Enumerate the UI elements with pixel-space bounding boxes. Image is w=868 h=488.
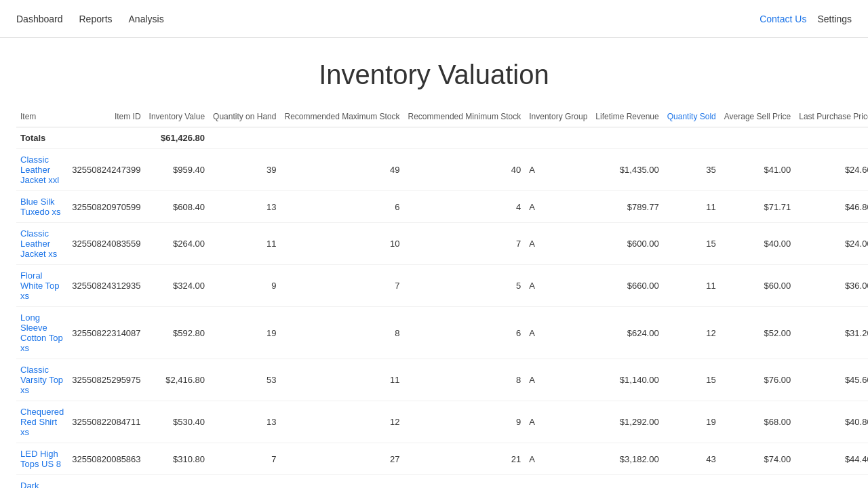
row-recommended-max: 10: [280, 223, 403, 265]
row-item-id: 32550820970599: [68, 191, 144, 223]
row-quantity-on-hand: 9: [209, 265, 280, 307]
row-recommended-max: 8: [280, 307, 403, 359]
col-recommended-min-stock: Recommended Minimum Stock: [404, 106, 526, 127]
row-quantity-sold: 19: [663, 401, 720, 443]
totals-max: [280, 127, 403, 149]
row-last-purchase-price: $24.00: [795, 223, 868, 265]
table-row: Blue Silk Tuxedo xs 32550820970599 $608.…: [16, 191, 868, 223]
row-recommended-max: 49: [280, 149, 403, 191]
row-inventory-group: A: [525, 191, 591, 223]
row-item-id: 32550820085863: [68, 443, 144, 475]
row-inventory-group: A: [525, 401, 591, 443]
col-item: Item: [16, 106, 68, 127]
totals-qty: [209, 127, 280, 149]
totals-item-id: [68, 127, 144, 149]
row-quantity-sold: 43: [663, 443, 720, 475]
row-recommended-max: 12: [280, 401, 403, 443]
row-avg-sell-price: $68.00: [720, 401, 795, 443]
row-inventory-group: A: [525, 265, 591, 307]
row-quantity-on-hand: 39: [209, 149, 280, 191]
nav-dashboard[interactable]: Dashboard: [16, 11, 63, 27]
row-recommended-min: 21: [404, 443, 526, 475]
row-item[interactable]: Classic Varsity Top xs: [16, 359, 68, 401]
row-quantity-on-hand: 53: [209, 359, 280, 401]
row-inventory-group: B: [525, 475, 591, 489]
row-avg-sell-price: $60.00: [720, 265, 795, 307]
row-recommended-min: 4: [404, 191, 526, 223]
row-last-purchase-price: $40.80: [795, 401, 868, 443]
inventory-table: Item Item ID Inventory Value Quantity on…: [16, 106, 868, 488]
col-last-purchase-price: Last Purchase Price: [795, 106, 868, 127]
totals-min: [404, 127, 526, 149]
row-recommended-min: 5: [404, 265, 526, 307]
row-recommended-max: 6: [280, 191, 403, 223]
row-inventory-group: A: [525, 307, 591, 359]
row-avg-sell-price: $76.00: [720, 359, 795, 401]
row-lifetime-revenue: $3,182.00: [591, 443, 663, 475]
row-quantity-sold: 15: [663, 223, 720, 265]
navbar: Dashboard Reports Analysis Contact Us Se…: [0, 0, 868, 38]
row-inventory-value: $959.40: [145, 149, 210, 191]
nav-analysis[interactable]: Analysis: [129, 11, 164, 27]
table-container: Item Item ID Inventory Value Quantity on…: [0, 106, 868, 488]
row-item[interactable]: Blue Silk Tuxedo xs: [16, 191, 68, 223]
row-quantity-on-hand: 13: [209, 191, 280, 223]
row-inventory-value: $608.40: [145, 191, 210, 223]
row-item[interactable]: Chequered Red Shirt xs: [16, 401, 68, 443]
row-item-id: 32550823821415: [68, 475, 144, 489]
table-row: Classic Leather Jacket xs 32550824083559…: [16, 223, 868, 265]
row-item[interactable]: Classic Leather Jacket xs: [16, 223, 68, 265]
row-item[interactable]: Floral White Top xs: [16, 265, 68, 307]
row-inventory-value: $592.80: [145, 307, 210, 359]
nav-reports[interactable]: Reports: [79, 11, 113, 27]
row-quantity-sold: 15: [663, 359, 720, 401]
totals-inventory-value: $61,426.80: [145, 127, 210, 149]
totals-lifetime: [591, 127, 663, 149]
row-quantity-sold: 7: [663, 475, 720, 489]
nav-right: Contact Us Settings: [760, 11, 852, 27]
row-last-purchase-price: $31.20: [795, 307, 868, 359]
table-row: Floral White Top xs 32550824312935 $324.…: [16, 265, 868, 307]
row-lifetime-revenue: $1,435.00: [591, 149, 663, 191]
row-lifetime-revenue: $1,292.00: [591, 401, 663, 443]
row-recommended-max: 27: [280, 443, 403, 475]
row-avg-sell-price: $66.00: [720, 475, 795, 489]
col-inventory-value: Inventory Value: [145, 106, 210, 127]
col-quantity-sold: Quantity Sold: [663, 106, 720, 127]
row-last-purchase-price: $44.40: [795, 443, 868, 475]
table-row: Long Sleeve Cotton Top xs 32550822314087…: [16, 307, 868, 359]
row-lifetime-revenue: $624.00: [591, 307, 663, 359]
col-item-id: Item ID: [68, 106, 144, 127]
nav-settings[interactable]: Settings: [817, 11, 852, 27]
totals-avg: [720, 127, 795, 149]
row-item[interactable]: LED High Tops US 8: [16, 443, 68, 475]
row-inventory-value: $310.80: [145, 443, 210, 475]
row-recommended-min: 40: [404, 149, 526, 191]
col-avg-sell-price: Average Sell Price: [720, 106, 795, 127]
row-inventory-group: A: [525, 223, 591, 265]
row-avg-sell-price: $40.00: [720, 223, 795, 265]
page-title-container: Inventory Valuation: [0, 38, 868, 106]
col-recommended-max-stock: Recommended Maximum Stock: [280, 106, 403, 127]
row-quantity-on-hand: 7: [209, 443, 280, 475]
row-quantity-sold: 11: [663, 191, 720, 223]
row-recommended-min: 6: [404, 307, 526, 359]
totals-row: Totals $61,426.80: [16, 127, 868, 149]
row-quantity-on-hand: 17: [209, 475, 280, 489]
row-quantity-on-hand: 11: [209, 223, 280, 265]
row-inventory-value: $2,416.80: [145, 359, 210, 401]
col-inventory-group: Inventory Group: [525, 106, 591, 127]
row-recommended-max: 4: [280, 475, 403, 489]
row-item[interactable]: Classic Leather Jacket xxl: [16, 149, 68, 191]
table-row: Dark Denim Top xs 32550823821415 $673.20…: [16, 475, 868, 489]
nav-contact-us[interactable]: Contact Us: [760, 11, 806, 27]
row-item-id: 32550824083559: [68, 223, 144, 265]
row-avg-sell-price: $74.00: [720, 443, 795, 475]
row-item-id: 32550822084711: [68, 401, 144, 443]
row-recommended-min: 8: [404, 359, 526, 401]
row-item[interactable]: Dark Denim Top xs: [16, 475, 68, 489]
row-item-id: 32550824247399: [68, 149, 144, 191]
table-row: LED High Tops US 8 32550820085863 $310.8…: [16, 443, 868, 475]
row-item[interactable]: Long Sleeve Cotton Top xs: [16, 307, 68, 359]
row-recommended-max: 7: [280, 265, 403, 307]
